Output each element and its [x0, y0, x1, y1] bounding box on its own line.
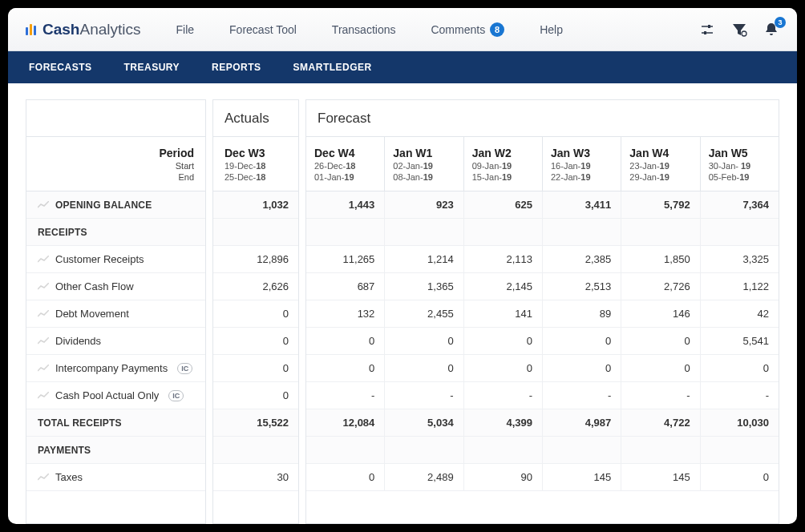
- logo-bars-icon: [26, 24, 36, 35]
- menu-forecast-tool[interactable]: Forecast Tool: [229, 23, 297, 36]
- menu-file[interactable]: File: [176, 23, 195, 36]
- forecast-row-dividends: 0 0 0 0 0 5,541: [306, 328, 779, 355]
- actuals-section-head: Actuals: [213, 100, 298, 137]
- row-label-opening-balance[interactable]: OPENING BALANCE: [26, 191, 205, 219]
- forecast-period-3: Jan W3 16-Jan-19 22-Jan-19: [543, 137, 621, 191]
- actuals-total-receipts[interactable]: 15,522: [213, 409, 298, 437]
- forecast-period-0: Dec W4 26-Dec-18 01-Jan-19: [306, 137, 384, 191]
- actuals-start: 19-Dec-18: [225, 161, 287, 171]
- menu-comments[interactable]: Comments 8: [431, 22, 504, 37]
- actuals-opening-balance[interactable]: 1,032: [213, 191, 298, 219]
- bell-count-badge: 3: [775, 17, 786, 28]
- actuals-period-head: Dec W3 19-Dec-18 25-Dec-18: [213, 137, 298, 191]
- forecast-body: 1,443 923 625 3,411 5,792 7,364 11,265 1…: [306, 191, 779, 491]
- forecast-row-receipts-blank: [306, 219, 779, 246]
- svg-rect-0: [708, 25, 710, 28]
- row-labels-column: Period Start End OPENING BALANCE RECEIPT…: [26, 99, 206, 524]
- row-label-other-cash-flow[interactable]: Other Cash Flow: [26, 273, 205, 300]
- actuals-end: 25-Dec-18: [225, 172, 287, 182]
- main-menu: File Forecast Tool Transactions Comments…: [176, 22, 700, 37]
- forecast-row-total-receipts: 12,084 5,034 4,399 4,987 4,722 10,030: [306, 409, 779, 437]
- secondary-nav: FORECASTS TREASURY REPORTS SMARTLEDGER: [8, 51, 797, 83]
- chart-icon: [38, 474, 49, 482]
- forecast-period-2: Jan W2 09-Jan-19 15-Jan-19: [464, 137, 542, 191]
- row-label-total-receipts: TOTAL RECEIPTS: [26, 409, 205, 437]
- svg-rect-1: [704, 31, 706, 34]
- brand-bold: Cash: [42, 21, 79, 38]
- forecast-period-5: Jan W5 30-Jan- 19 05-Feb-19: [701, 137, 779, 191]
- comments-count-badge: 8: [490, 22, 504, 37]
- svg-point-2: [742, 31, 746, 36]
- labels-period-head: Period Start End: [26, 137, 205, 191]
- forecast-row-cash-pool: - - - - - -: [306, 382, 779, 409]
- topbar-icons: 3: [699, 22, 779, 38]
- row-label-customer-receipts[interactable]: Customer Receipts: [26, 246, 205, 273]
- menu-comments-label: Comments: [431, 23, 485, 36]
- brand-light: Analytics: [79, 21, 140, 38]
- actuals-other-cash-flow[interactable]: 2,626: [213, 273, 298, 300]
- period-label: Period: [159, 147, 194, 159]
- notifications-bell-icon[interactable]: 3: [763, 22, 779, 38]
- forecast-section-head: Forecast: [306, 100, 779, 137]
- row-label-taxes[interactable]: Taxes: [26, 464, 205, 491]
- brand-logo[interactable]: CashAnalytics: [26, 21, 141, 38]
- labels-section-head: [26, 100, 205, 137]
- chart-icon: [38, 392, 49, 400]
- actuals-taxes[interactable]: 30: [213, 464, 298, 491]
- forecast-row-opening-balance: 1,443 923 625 3,411 5,792 7,364: [306, 191, 779, 219]
- nav-reports[interactable]: REPORTS: [212, 62, 261, 73]
- actuals-payments-blank: [213, 437, 298, 464]
- forecast-period-headers: Dec W4 26-Dec-18 01-Jan-19 Jan W1 02-Jan…: [306, 137, 779, 191]
- funnel-settings-icon[interactable]: [731, 22, 747, 38]
- end-label: End: [178, 172, 194, 182]
- row-label-debt-movement[interactable]: Debt Movement: [26, 300, 205, 328]
- actuals-column: Actuals Dec W3 19-Dec-18 25-Dec-18 1,032…: [212, 99, 299, 524]
- nav-treasury[interactable]: TREASURY: [124, 62, 180, 73]
- actuals-debt-movement[interactable]: 0: [213, 300, 298, 328]
- menu-transactions[interactable]: Transactions: [332, 23, 396, 36]
- chart-icon: [38, 337, 49, 345]
- settings-sliders-icon[interactable]: [699, 22, 715, 38]
- row-label-cash-pool-actual-only[interactable]: Cash Pool Actual Only IC: [26, 382, 205, 409]
- actuals-period-name: Dec W3: [225, 147, 287, 159]
- actuals-customer-receipts[interactable]: 12,896: [213, 246, 298, 273]
- ic-badge: IC: [168, 390, 184, 401]
- actuals-receipts-blank: [213, 219, 298, 246]
- forecast-row-taxes: 0 2,489 90 145 145 0: [306, 464, 779, 491]
- forecast-row-payments-blank: [306, 437, 779, 464]
- row-label-dividends[interactable]: Dividends: [26, 328, 205, 355]
- row-label-intercompany-payments[interactable]: Intercompany Payments IC: [26, 355, 205, 382]
- actuals-intercompany[interactable]: 0: [213, 355, 298, 382]
- chart-icon: [38, 283, 49, 291]
- chart-icon: [38, 310, 49, 318]
- row-label-receipts: RECEIPTS: [26, 219, 205, 246]
- app-window: CashAnalytics File Forecast Tool Transac…: [8, 8, 797, 524]
- topbar: CashAnalytics File Forecast Tool Transac…: [8, 8, 797, 51]
- forecast-row-intercompany: 0 0 0 0 0 0: [306, 355, 779, 382]
- forecast-row-customer-receipts: 11,265 1,214 2,113 2,385 1,850 3,325: [306, 246, 779, 273]
- chart-icon: [38, 201, 49, 209]
- start-label: Start: [176, 161, 194, 171]
- menu-help[interactable]: Help: [540, 23, 563, 36]
- actuals-dividends[interactable]: 0: [213, 328, 298, 355]
- forecast-row-debt-movement: 132 2,455 141 89 146 42: [306, 300, 779, 328]
- forecast-period-4: Jan W4 23-Jan-19 29-Jan-19: [621, 137, 699, 191]
- actuals-cash-pool[interactable]: 0: [213, 382, 298, 409]
- forecast-period-1: Jan W1 02-Jan-19 08-Jan-19: [385, 137, 463, 191]
- nav-forecasts[interactable]: FORECASTS: [29, 62, 92, 73]
- chart-icon: [38, 365, 49, 373]
- ic-badge: IC: [177, 363, 192, 374]
- nav-smartledger[interactable]: SMARTLEDGER: [293, 62, 372, 73]
- content-area: Period Start End OPENING BALANCE RECEIPT…: [8, 83, 797, 524]
- row-label-payments: PAYMENTS: [26, 437, 205, 464]
- chart-icon: [38, 256, 49, 264]
- forecast-row-other-cash-flow: 687 1,365 2,145 2,513 2,726 1,122: [306, 273, 779, 300]
- forecast-column-group: Forecast Dec W4 26-Dec-18 01-Jan-19 Jan …: [305, 99, 779, 524]
